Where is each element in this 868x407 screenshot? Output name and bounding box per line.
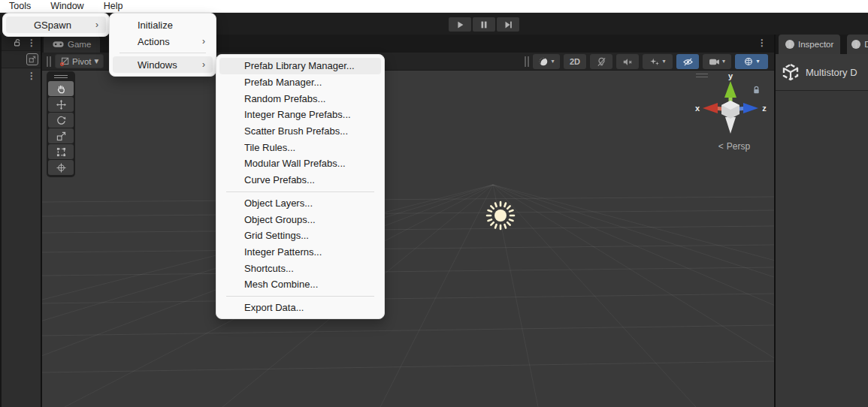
scene-lighting-toggle[interactable] bbox=[590, 54, 612, 69]
menu-item-mesh-combine[interactable]: Mesh Combine... bbox=[219, 276, 381, 293]
tools-overlay bbox=[47, 71, 75, 177]
unlock-icon[interactable] bbox=[13, 38, 22, 47]
tab-game-label: Game bbox=[68, 40, 91, 49]
info-icon: i bbox=[851, 40, 860, 49]
play-button[interactable] bbox=[449, 17, 471, 32]
rect-icon bbox=[56, 147, 66, 157]
axis-x-label: x bbox=[695, 104, 700, 113]
submenu-arrow-icon: › bbox=[95, 20, 98, 30]
effects-stars-icon bbox=[649, 56, 660, 67]
menu-item-windows[interactable]: Windows › bbox=[113, 56, 213, 73]
menu-item-integer-range-prefabs[interactable]: Integer Range Prefabs... bbox=[219, 107, 381, 123]
scene-viewport[interactable]: y x z <Persp bbox=[42, 71, 774, 407]
menu-item-curve-prefabs[interactable]: Curve Prefabs... bbox=[219, 172, 381, 188]
hand-tool-button[interactable] bbox=[48, 81, 74, 96]
camera-icon bbox=[709, 57, 720, 66]
shaded-sphere-icon bbox=[538, 56, 549, 67]
sun-icon bbox=[485, 200, 516, 231]
menu-item-shortcuts[interactable]: Shortcuts... bbox=[219, 260, 381, 276]
step-button[interactable] bbox=[497, 17, 519, 32]
chevron-down-icon: ▾ bbox=[551, 59, 554, 65]
shading-mode-dropdown[interactable]: ▾ bbox=[533, 54, 560, 69]
gizmos-dropdown[interactable]: ▾ bbox=[735, 54, 768, 69]
pivot-dropdown[interactable]: Pivot ▾ bbox=[55, 54, 104, 68]
info-icon: i bbox=[785, 40, 794, 49]
menu-item-actions[interactable]: Actions › bbox=[113, 33, 213, 50]
left-panel-row bbox=[2, 50, 41, 68]
tools-overlay-handle[interactable] bbox=[48, 73, 74, 80]
axis-gizmo-icon: y x z bbox=[693, 72, 768, 147]
chevron-down-icon: ▾ bbox=[662, 59, 665, 65]
os-menubar: Tools Window Help bbox=[0, 0, 868, 13]
menu-item-prefab-library-manager[interactable]: Prefab Library Manager... bbox=[219, 58, 381, 74]
move-tool-button[interactable] bbox=[48, 97, 74, 112]
expand-arrow-icon bbox=[29, 56, 36, 63]
rect-tool-button[interactable] bbox=[48, 144, 74, 159]
play-icon bbox=[455, 20, 465, 30]
menu-separator bbox=[226, 191, 374, 192]
menu-separator bbox=[119, 53, 206, 53]
effects-dropdown[interactable]: ▾ bbox=[643, 54, 673, 69]
menubar-item-tools[interactable]: Tools bbox=[9, 1, 31, 11]
tab-inspector-2[interactable]: i D bbox=[847, 35, 868, 54]
menu-item-scatter-brush-prefabs[interactable]: Scatter Brush Prefabs... bbox=[219, 123, 381, 140]
gspawn-submenu-popup: Initialize Actions › Windows › bbox=[109, 13, 216, 77]
menu-item-modular-wall-prefabs[interactable]: Modular Wall Prefabs... bbox=[219, 155, 381, 172]
menubar-item-window[interactable]: Window bbox=[50, 1, 83, 11]
menu-item-export-data[interactable]: Export Data... bbox=[219, 300, 381, 316]
maximize-icon[interactable] bbox=[26, 53, 38, 65]
scene-panel-menu-icon[interactable]: ⋮ bbox=[758, 38, 767, 47]
menu-item-grid-settings[interactable]: Grid Settings... bbox=[219, 228, 381, 244]
orientation-gizmo[interactable]: y x z bbox=[693, 72, 768, 147]
2d-toggle[interactable]: 2D bbox=[564, 54, 586, 69]
tab-inspector-2-label: D bbox=[864, 40, 868, 49]
gizmo-globe-icon bbox=[743, 56, 754, 67]
tools-menu-popup: GSpawn › bbox=[2, 13, 110, 37]
menu-item-object-layers[interactable]: Object Layers... bbox=[219, 195, 381, 212]
scene-visibility-toggle[interactable] bbox=[676, 54, 699, 69]
hand-icon bbox=[56, 84, 66, 94]
tab-inspector[interactable]: i Inspector bbox=[779, 35, 840, 54]
menu-item-gspawn[interactable]: GSpawn › bbox=[6, 17, 106, 33]
menu-item-prefab-manager[interactable]: Prefab Manager... bbox=[219, 74, 381, 91]
chevron-down-icon: ▾ bbox=[95, 57, 99, 66]
menu-separator bbox=[226, 296, 374, 297]
pause-icon bbox=[479, 20, 489, 30]
left-panel-edge: ⋮ ⋮ bbox=[0, 35, 41, 407]
chevron-down-icon: ▾ bbox=[722, 59, 725, 65]
transform-icon bbox=[56, 163, 66, 173]
persp-chevron-icon: < bbox=[718, 141, 724, 152]
2d-label: 2D bbox=[570, 57, 580, 66]
overlay-drag-handle[interactable] bbox=[47, 56, 51, 67]
eye-slash-icon bbox=[682, 57, 694, 67]
play-controls bbox=[449, 17, 519, 32]
panel-menu-icon-2[interactable]: ⋮ bbox=[27, 71, 36, 80]
menu-item-object-groups[interactable]: Object Groups... bbox=[219, 211, 381, 228]
tab-game[interactable]: Game bbox=[44, 36, 100, 53]
prefab-cube-icon bbox=[782, 63, 800, 81]
scale-tool-button[interactable] bbox=[48, 128, 74, 143]
panel-menu-icon[interactable]: ⋮ bbox=[27, 38, 36, 47]
menu-item-initialize[interactable]: Initialize bbox=[113, 17, 213, 33]
windows-submenu-popup: Prefab Library Manager... Prefab Manager… bbox=[216, 54, 385, 319]
projection-label[interactable]: <Persp bbox=[700, 141, 768, 152]
left-panel-header: ⋮ bbox=[2, 35, 41, 50]
rotate-tool-button[interactable] bbox=[48, 113, 74, 128]
axis-z-label: z bbox=[762, 104, 767, 113]
menu-item-integer-patterns[interactable]: Integer Patterns... bbox=[219, 244, 381, 261]
rotate-icon bbox=[56, 116, 66, 125]
directional-light-gizmo[interactable] bbox=[485, 200, 516, 234]
inspector-tabbar: i Inspector i D bbox=[776, 35, 868, 54]
menu-item-tile-rules[interactable]: Tile Rules... bbox=[219, 139, 381, 155]
overlay-drag-handle-2[interactable] bbox=[525, 56, 529, 67]
scene-view-panel: Game ⋮ Pivot ▾ bbox=[42, 35, 774, 407]
inspector-separator bbox=[776, 90, 868, 91]
gizmo-lock-icon[interactable] bbox=[752, 84, 761, 98]
menu-item-random-prefabs[interactable]: Random Prefabs... bbox=[219, 90, 381, 107]
pause-button[interactable] bbox=[473, 17, 495, 32]
menubar-item-help[interactable]: Help bbox=[104, 1, 123, 11]
audio-mute-toggle[interactable] bbox=[616, 54, 639, 69]
gamepad-icon bbox=[53, 41, 64, 48]
transform-tool-button[interactable] bbox=[48, 160, 74, 175]
camera-dropdown[interactable]: ▾ bbox=[703, 54, 731, 69]
